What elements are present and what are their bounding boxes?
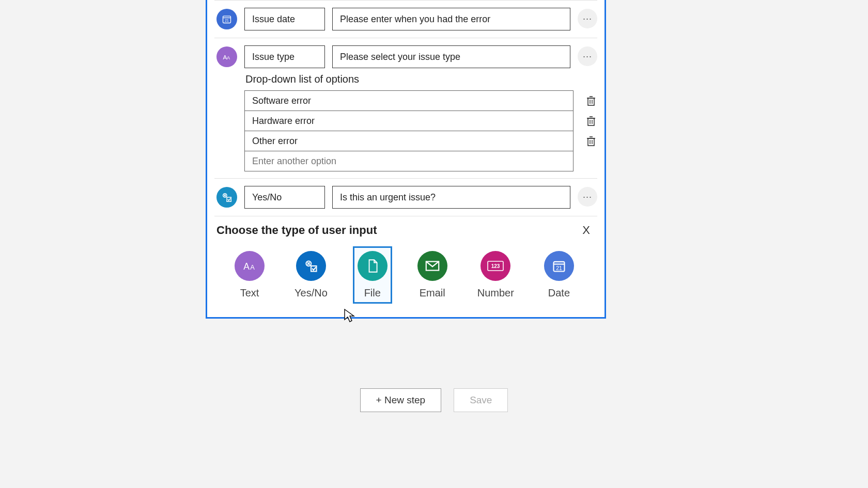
type-label: Number — [477, 287, 514, 299]
date-icon: 21 — [216, 9, 237, 29]
new-step-button[interactable]: + New step — [360, 388, 442, 412]
type-option-yesno[interactable]: Yes/No — [290, 246, 332, 304]
file-icon — [358, 251, 388, 281]
dropdown-title: Drop-down list of options — [245, 73, 597, 85]
option-field[interactable] — [244, 131, 574, 151]
trash-icon[interactable] — [585, 115, 597, 127]
yesno-icon — [216, 187, 237, 208]
dropdown-section: Drop-down list of options — [207, 73, 605, 178]
option-field[interactable] — [244, 90, 574, 111]
type-option-number[interactable]: 123 Number — [473, 246, 519, 304]
more-button[interactable]: ··· — [578, 187, 597, 207]
trigger-card: 21 ··· AA ··· Drop-down list of options — [206, 0, 606, 319]
email-icon — [417, 251, 447, 281]
input-name-field[interactable] — [244, 45, 325, 68]
option-row — [244, 151, 597, 171]
svg-rect-15 — [588, 138, 594, 146]
trash-icon[interactable] — [585, 95, 597, 107]
number-icon: 123 — [481, 251, 510, 281]
type-label: Text — [240, 287, 259, 299]
option-row — [244, 90, 597, 111]
input-name-field[interactable] — [244, 8, 325, 30]
svg-text:21: 21 — [556, 265, 562, 271]
type-label: Yes/No — [295, 287, 328, 299]
svg-rect-10 — [588, 118, 594, 125]
option-row — [244, 131, 597, 151]
svg-text:A: A — [243, 261, 250, 272]
svg-text:A: A — [250, 263, 255, 271]
more-button[interactable]: ··· — [578, 9, 597, 28]
bottom-buttons: + New step Save — [0, 388, 868, 412]
type-label: Email — [420, 287, 445, 299]
svg-text:A: A — [227, 55, 230, 60]
input-row-text: AA ··· — [207, 38, 605, 70]
type-option-file[interactable]: File — [353, 246, 392, 304]
svg-text:21: 21 — [225, 19, 229, 22]
input-row-date: 21 ··· — [207, 1, 605, 38]
input-type-grid: AA Text Yes/No — [216, 246, 595, 304]
svg-text:123: 123 — [491, 263, 500, 269]
type-label: File — [364, 287, 381, 299]
type-option-date[interactable]: 21 Date — [539, 246, 579, 304]
choose-title: Choose the type of user input — [216, 224, 377, 237]
choose-input-type-section: Choose the type of user input X AA Text — [207, 216, 605, 313]
type-option-text[interactable]: AA Text — [230, 246, 269, 304]
input-name-field[interactable] — [244, 186, 325, 209]
input-row-yesno: ··· — [207, 179, 605, 216]
yesno-icon — [296, 251, 326, 281]
svg-rect-5 — [588, 98, 594, 105]
date-icon: 21 — [544, 251, 574, 281]
close-button[interactable]: X — [577, 222, 595, 239]
option-row — [244, 111, 597, 131]
more-button[interactable]: ··· — [578, 46, 597, 66]
trash-icon[interactable] — [585, 135, 597, 147]
type-label: Date — [548, 287, 570, 299]
type-option-email[interactable]: Email — [413, 246, 452, 304]
text-icon: AA — [216, 46, 237, 67]
option-field[interactable] — [244, 111, 574, 131]
input-prompt-field[interactable] — [332, 45, 570, 68]
save-button[interactable]: Save — [454, 388, 508, 412]
text-icon: AA — [235, 251, 265, 281]
input-prompt-field[interactable] — [332, 186, 570, 209]
option-placeholder-field[interactable] — [244, 151, 574, 171]
input-prompt-field[interactable] — [332, 8, 570, 30]
